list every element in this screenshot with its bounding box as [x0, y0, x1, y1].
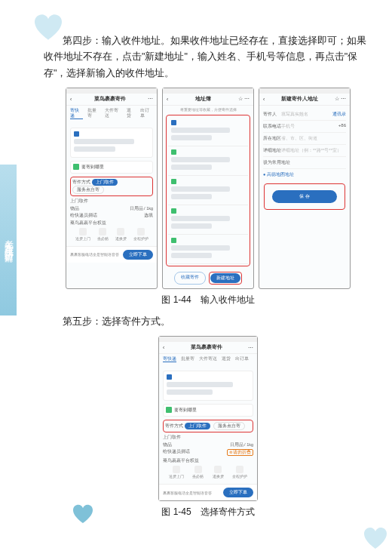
step4-text: 第四步：输入收件地址。如果收件地址已经存在，直接选择即可；如果收件地址不存在，点… [44, 33, 372, 82]
page-number: 26 [53, 522, 63, 533]
pickup-chip-2: 上门取件 [185, 423, 210, 429]
fig2-caption: 图 1-45 选择寄件方式 [44, 506, 372, 519]
save-button: 保 存 [272, 190, 337, 203]
phone-screenshot-2: ‹地址簿☆ ⋯ 将重要地址等收藏，方便寄件选择 收藏寄件 新建地址 [162, 88, 254, 289]
phone-screenshot-3: ‹新建寄件人地址☆ ⋯ 寄件人填写真实姓名通讯录 联系电话手机号+86 所在地区… [259, 88, 351, 289]
step5-text: 第五步：选择寄件方式。 [44, 314, 372, 330]
heart-decoration-br [363, 527, 387, 549]
addrbook-title: 地址簿 [195, 96, 211, 103]
phone-screenshot-4: ‹菜鸟裹裹寄件⋯ 寄快递批量寄大件寄送退货出订单 要寄到哪里 寄件方式 上门取件… [158, 336, 258, 501]
section-dest: 要寄到哪里 [81, 165, 104, 169]
app-title: 菜鸟裹裹寄件 [94, 96, 126, 103]
new-address-button: 新建地址 [210, 273, 240, 283]
new-addr-title: 新建寄件人地址 [281, 96, 318, 103]
figure-1-44: ‹菜鸟裹裹寄件⋯ 寄快递批量寄大件寄送退货出订单 要寄到哪里 寄件方式 上门取件… [44, 88, 372, 289]
fav-button: 收藏寄件 [174, 272, 206, 285]
side-tab: 老年人智慧生活进阶篇 [0, 165, 17, 315]
phone-screenshot-1: ‹菜鸟裹裹寄件⋯ 寄快递批量寄大件寄送退货出订单 要寄到哪里 寄件方式 上门取件… [66, 88, 158, 289]
side-tab-text: 老年人智慧生活进阶篇 [2, 232, 15, 248]
fig1-caption: 图 1-44 输入收件地址 [44, 294, 372, 306]
order-button: 立即下单 [123, 250, 153, 260]
pickup-chip: 上门取件 [92, 179, 118, 186]
figure-1-45: ‹菜鸟裹裹寄件⋯ 寄快递批量寄大件寄送退货出订单 要寄到哪里 寄件方式 上门取件… [44, 336, 372, 501]
